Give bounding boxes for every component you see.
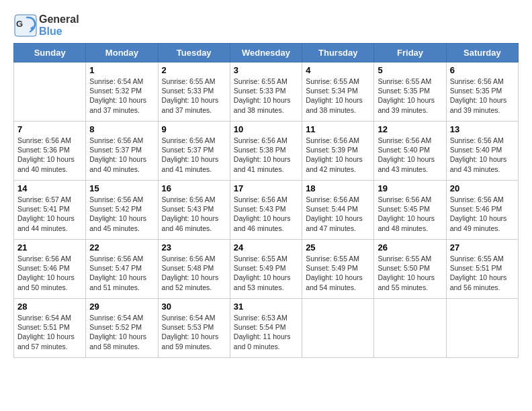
- week-row-5: 28Sunrise: 6:54 AM Sunset: 5:51 PM Dayli…: [14, 299, 519, 358]
- cell-content: Sunrise: 6:56 AM Sunset: 5:39 PM Dayligh…: [306, 136, 370, 174]
- cell-content: Sunrise: 6:56 AM Sunset: 5:46 PM Dayligh…: [450, 195, 515, 233]
- calendar-cell: 3Sunrise: 6:55 AM Sunset: 5:33 PM Daylig…: [230, 62, 302, 122]
- calendar-cell: 17Sunrise: 6:56 AM Sunset: 5:43 PM Dayli…: [230, 181, 302, 240]
- day-number: 16: [162, 183, 226, 193]
- calendar-cell: 9Sunrise: 6:56 AM Sunset: 5:37 PM Daylig…: [158, 122, 230, 181]
- weekday-header-sunday: Sunday: [14, 44, 86, 62]
- calendar-cell: 29Sunrise: 6:54 AM Sunset: 5:52 PM Dayli…: [86, 299, 158, 358]
- week-row-2: 7Sunrise: 6:56 AM Sunset: 5:36 PM Daylig…: [14, 122, 519, 181]
- day-number: 11: [306, 124, 370, 134]
- cell-content: Sunrise: 6:54 AM Sunset: 5:53 PM Dayligh…: [162, 313, 226, 351]
- cell-content: Sunrise: 6:54 AM Sunset: 5:52 PM Dayligh…: [89, 313, 154, 351]
- calendar-header: SundayMondayTuesdayWednesdayThursdayFrid…: [14, 44, 519, 62]
- day-number: 18: [306, 183, 370, 193]
- calendar-cell: 2Sunrise: 6:55 AM Sunset: 5:33 PM Daylig…: [158, 62, 230, 122]
- calendar-cell: 13Sunrise: 6:56 AM Sunset: 5:40 PM Dayli…: [446, 122, 518, 181]
- cell-content: Sunrise: 6:56 AM Sunset: 5:48 PM Dayligh…: [162, 254, 226, 292]
- day-number: 7: [17, 124, 82, 134]
- day-number: 12: [378, 124, 442, 134]
- calendar-cell: 15Sunrise: 6:56 AM Sunset: 5:42 PM Dayli…: [86, 181, 158, 240]
- calendar-cell: 24Sunrise: 6:55 AM Sunset: 5:49 PM Dayli…: [230, 240, 302, 299]
- day-number: 22: [89, 242, 154, 253]
- day-number: 27: [450, 242, 515, 253]
- cell-content: Sunrise: 6:56 AM Sunset: 5:35 PM Dayligh…: [450, 77, 515, 115]
- cell-content: Sunrise: 6:55 AM Sunset: 5:50 PM Dayligh…: [378, 254, 442, 292]
- day-number: 15: [89, 183, 154, 193]
- cell-content: Sunrise: 6:55 AM Sunset: 5:51 PM Dayligh…: [450, 254, 515, 292]
- day-number: 23: [162, 242, 226, 253]
- logo-text: General Blue: [39, 13, 79, 37]
- calendar-cell: 12Sunrise: 6:56 AM Sunset: 5:40 PM Dayli…: [374, 122, 446, 181]
- week-row-3: 14Sunrise: 6:57 AM Sunset: 5:41 PM Dayli…: [14, 181, 519, 240]
- calendar-cell: 14Sunrise: 6:57 AM Sunset: 5:41 PM Dayli…: [14, 181, 86, 240]
- day-number: 29: [89, 302, 154, 312]
- weekday-header-tuesday: Tuesday: [158, 44, 230, 62]
- day-number: 6: [450, 65, 515, 75]
- cell-content: Sunrise: 6:56 AM Sunset: 5:43 PM Dayligh…: [162, 195, 226, 233]
- day-number: 3: [234, 65, 298, 75]
- week-row-1: 1Sunrise: 6:54 AM Sunset: 5:32 PM Daylig…: [14, 62, 519, 122]
- cell-content: Sunrise: 6:53 AM Sunset: 5:54 PM Dayligh…: [234, 313, 298, 351]
- day-number: 17: [234, 183, 298, 193]
- calendar-cell: 16Sunrise: 6:56 AM Sunset: 5:43 PM Dayli…: [158, 181, 230, 240]
- cell-content: Sunrise: 6:56 AM Sunset: 5:40 PM Dayligh…: [450, 136, 515, 174]
- calendar-cell: 1Sunrise: 6:54 AM Sunset: 5:32 PM Daylig…: [86, 62, 158, 122]
- cell-content: Sunrise: 6:55 AM Sunset: 5:49 PM Dayligh…: [234, 254, 298, 292]
- day-number: 25: [306, 242, 370, 253]
- cell-content: Sunrise: 6:56 AM Sunset: 5:36 PM Dayligh…: [17, 136, 82, 174]
- calendar-cell: 31Sunrise: 6:53 AM Sunset: 5:54 PM Dayli…: [230, 299, 302, 358]
- calendar-cell: 21Sunrise: 6:56 AM Sunset: 5:46 PM Dayli…: [14, 240, 86, 299]
- week-row-4: 21Sunrise: 6:56 AM Sunset: 5:46 PM Dayli…: [14, 240, 519, 299]
- cell-content: Sunrise: 6:56 AM Sunset: 5:38 PM Dayligh…: [234, 136, 298, 174]
- cell-content: Sunrise: 6:56 AM Sunset: 5:46 PM Dayligh…: [17, 254, 82, 292]
- cell-content: Sunrise: 6:55 AM Sunset: 5:33 PM Dayligh…: [162, 77, 226, 115]
- cell-content: Sunrise: 6:56 AM Sunset: 5:42 PM Dayligh…: [89, 195, 154, 233]
- logo-general: General: [39, 13, 79, 26]
- calendar-cell: 23Sunrise: 6:56 AM Sunset: 5:48 PM Dayli…: [158, 240, 230, 299]
- cell-content: Sunrise: 6:56 AM Sunset: 5:44 PM Dayligh…: [306, 195, 370, 233]
- logo-blue: Blue: [39, 26, 79, 38]
- day-number: 8: [89, 124, 154, 134]
- day-number: 13: [450, 124, 515, 134]
- day-number: 1: [89, 65, 154, 75]
- day-number: 4: [306, 65, 370, 75]
- day-number: 31: [234, 302, 298, 312]
- day-number: 30: [162, 302, 226, 312]
- logo: G General Blue: [13, 13, 79, 38]
- weekday-header-monday: Monday: [86, 44, 158, 62]
- calendar-cell: 6Sunrise: 6:56 AM Sunset: 5:35 PM Daylig…: [446, 62, 518, 122]
- day-number: 9: [162, 124, 226, 134]
- calendar-cell: 4Sunrise: 6:55 AM Sunset: 5:34 PM Daylig…: [302, 62, 374, 122]
- calendar-cell: 26Sunrise: 6:55 AM Sunset: 5:50 PM Dayli…: [374, 240, 446, 299]
- calendar-cell: 27Sunrise: 6:55 AM Sunset: 5:51 PM Dayli…: [446, 240, 518, 299]
- svg-text:G: G: [16, 19, 23, 29]
- day-number: 20: [450, 183, 515, 193]
- day-number: 14: [17, 183, 82, 193]
- calendar-cell: [374, 299, 446, 358]
- calendar-cell: 25Sunrise: 6:55 AM Sunset: 5:49 PM Dayli…: [302, 240, 374, 299]
- cell-content: Sunrise: 6:57 AM Sunset: 5:41 PM Dayligh…: [17, 195, 82, 233]
- calendar-cell: 10Sunrise: 6:56 AM Sunset: 5:38 PM Dayli…: [230, 122, 302, 181]
- calendar-cell: [302, 299, 374, 358]
- calendar-cell: 18Sunrise: 6:56 AM Sunset: 5:44 PM Dayli…: [302, 181, 374, 240]
- weekday-header-thursday: Thursday: [302, 44, 374, 62]
- calendar-cell: 19Sunrise: 6:56 AM Sunset: 5:45 PM Dayli…: [374, 181, 446, 240]
- weekday-header-friday: Friday: [374, 44, 446, 62]
- cell-content: Sunrise: 6:54 AM Sunset: 5:51 PM Dayligh…: [17, 313, 82, 351]
- cell-content: Sunrise: 6:56 AM Sunset: 5:47 PM Dayligh…: [89, 254, 154, 292]
- calendar-cell: 7Sunrise: 6:56 AM Sunset: 5:36 PM Daylig…: [14, 122, 86, 181]
- cell-content: Sunrise: 6:55 AM Sunset: 5:35 PM Dayligh…: [378, 77, 442, 115]
- weekday-header-saturday: Saturday: [446, 44, 518, 62]
- calendar-cell: 30Sunrise: 6:54 AM Sunset: 5:53 PM Dayli…: [158, 299, 230, 358]
- cell-content: Sunrise: 6:55 AM Sunset: 5:33 PM Dayligh…: [234, 77, 298, 115]
- day-number: 2: [162, 65, 226, 75]
- cell-content: Sunrise: 6:56 AM Sunset: 5:45 PM Dayligh…: [378, 195, 442, 233]
- calendar-cell: 5Sunrise: 6:55 AM Sunset: 5:35 PM Daylig…: [374, 62, 446, 122]
- day-number: 19: [378, 183, 442, 193]
- day-number: 26: [378, 242, 442, 253]
- logo-container: G General Blue: [13, 13, 79, 38]
- calendar-cell: [14, 62, 86, 122]
- cell-content: Sunrise: 6:56 AM Sunset: 5:43 PM Dayligh…: [234, 195, 298, 233]
- calendar-body: 1Sunrise: 6:54 AM Sunset: 5:32 PM Daylig…: [14, 62, 519, 358]
- calendar-cell: 8Sunrise: 6:56 AM Sunset: 5:37 PM Daylig…: [86, 122, 158, 181]
